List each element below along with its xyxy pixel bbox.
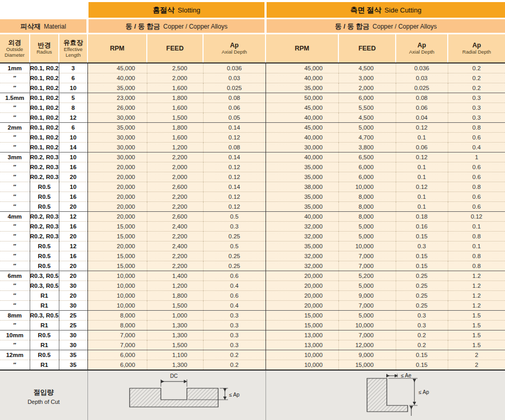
side-feed-cell: 12,000	[338, 340, 396, 350]
side-ap-axial-cell: 0.15	[396, 350, 448, 360]
col-header-outside-diameter: 외경 Outside Diameter	[0, 34, 30, 63]
slot-ap-axial-cell: 0.12	[203, 133, 266, 143]
radius-ko: 반경	[30, 42, 58, 49]
slot-rpm-cell: 15,000	[87, 261, 147, 271]
radius-cell: R0.2, R0.3	[30, 212, 59, 222]
radius-cell: R0.3, R0.5	[30, 271, 59, 281]
side-ap-radial-cell: 0.12	[448, 212, 505, 222]
outside-diameter-cell: 8mm	[0, 311, 30, 321]
side-rpm-cell: 40,000	[266, 152, 338, 162]
side-ap-radial-cell: 1.2	[448, 271, 505, 281]
side-feed-cell: 7,000	[338, 301, 396, 311]
side-rpm-cell: 35,000	[266, 202, 338, 212]
slot-ap-axial-cell: 0.2	[203, 360, 266, 371]
side-feed-cell: 8,000	[338, 202, 396, 212]
side-ap-radial-cell: 1.5	[448, 330, 505, 340]
slotting-material-value: 동 / 동 합금Copper / Copper Alloys	[87, 19, 266, 34]
table-body: 1mmR0.1, R0.2345,0002,5000.03645,0004,50…	[0, 63, 505, 370]
slot-feed-cell: 2,400	[147, 222, 203, 232]
slot-rpm-cell: 7,000	[87, 340, 147, 350]
side-rpm-cell: 38,000	[266, 182, 338, 192]
side-rpm-cell: 40,000	[266, 133, 338, 143]
radius-cell: R0.1, R0.2	[30, 93, 59, 103]
side-ap-radial-cell: 1.2	[448, 291, 505, 301]
table-row: ″R0.51220,0002,4000.535,00010,0000.30.1	[0, 241, 505, 251]
side-ap-axial-cell: 0.1	[396, 192, 448, 202]
side-feed-cell: 8,000	[338, 212, 396, 222]
radius-cell: R0.3, R0.5	[30, 311, 59, 321]
side-ap-axial-cell: 0.12	[396, 152, 448, 162]
effective-length-cell: 16	[59, 251, 87, 261]
slot-rpm-cell: 15,000	[87, 232, 147, 241]
side-ap-axial-cell: 0.25	[396, 291, 448, 301]
slot-ap-axial-cell: 0.05	[203, 113, 266, 123]
radius-cell: R0.5	[30, 241, 59, 251]
effective-length-cell: 16	[59, 162, 87, 172]
effective-length-cell: 30	[59, 301, 87, 311]
radius-cell: R0.2, R0.3	[30, 162, 59, 172]
slot-feed-cell: 1,500	[147, 340, 203, 350]
side-cutting-diagram: ≤ Ae ≤ Ap	[318, 371, 453, 419]
side-ap-radial-cell: 0.2	[448, 63, 505, 73]
slot-feed-cell: 2,500	[147, 63, 203, 73]
radius-cell: R1	[30, 340, 59, 350]
side-feed-cell: 6,000	[338, 172, 396, 182]
side-rpm-cell: 30,000	[266, 143, 338, 152]
slot-rpm-cell: 6,000	[87, 350, 147, 360]
slot-rpm-cell: 30,000	[87, 133, 147, 143]
slot-rpm-cell: 20,000	[87, 241, 147, 251]
slot-ap-axial-cell: 0.3	[203, 311, 266, 321]
side-ap-axial-cell: 0.2	[396, 330, 448, 340]
col-header-side-feed: FEED	[338, 34, 396, 63]
side-material-ko: 동 / 동 합금	[335, 22, 369, 30]
outside-diameter-cell: ″	[0, 113, 30, 123]
outside-diameter-en: Outside Diameter	[0, 47, 29, 58]
slot-rpm-cell: 10,000	[87, 291, 147, 301]
outside-diameter-ko: 외경	[0, 39, 29, 46]
side-cutting-title-en: Side Cutting	[385, 6, 422, 14]
slot-rpm-cell: 26,000	[87, 103, 147, 113]
slot-rpm-cell: 40,000	[87, 73, 147, 83]
slot-rpm-cell: 35,000	[87, 83, 147, 93]
depth-of-cut-en: Depth of Cut	[0, 399, 87, 405]
table-row: 2mmR0.1, R0.2635,0001,8000.1445,0005,000…	[0, 123, 505, 133]
slot-rpm-cell: 20,000	[87, 202, 147, 212]
effective-length-cell: 6	[59, 73, 87, 83]
col-header-slot-feed: FEED	[147, 34, 203, 63]
slot-feed-cell: 1,800	[147, 123, 203, 133]
slotting-material-en: Copper / Copper Alloys	[163, 23, 228, 30]
outside-diameter-cell: 1.5mm	[0, 93, 30, 103]
outside-diameter-cell: 3mm	[0, 152, 30, 162]
radius-cell: R0.1, R0.2	[30, 143, 59, 152]
side-rpm-cell: 45,000	[266, 123, 338, 133]
outside-diameter-cell: ″	[0, 202, 30, 212]
slot-rpm-cell: 10,000	[87, 281, 147, 291]
depth-of-cut-ko: 절입량	[0, 388, 87, 397]
side-rpm-cell: 45,000	[266, 63, 338, 73]
outside-diameter-cell: ″	[0, 162, 30, 172]
slot-feed-cell: 1,000	[147, 311, 203, 321]
side-rpm-cell: 10,000	[266, 360, 338, 371]
side-ap-axial-cell: 0.15	[396, 261, 448, 271]
effective-length-cell: 30	[59, 281, 87, 291]
slot-rpm-cell: 35,000	[87, 123, 147, 133]
table-row: ″R0.1, R0.2640,0002,0000.0340,0003,0000.…	[0, 73, 505, 83]
slot-rpm-cell: 20,000	[87, 192, 147, 202]
slotting-diagram: DC ≤ Ap	[111, 373, 242, 417]
slot-feed-cell: 1,200	[147, 143, 203, 152]
table-row: ″R0.51615,0002,2000.2532,0007,0000.150.8	[0, 251, 505, 261]
side-ap-radial-cell: 0.6	[448, 192, 505, 202]
slotting-section-header: 홈절삭Slotting	[87, 2, 266, 19]
slot-rpm-cell: 30,000	[87, 143, 147, 152]
table-row: ″R0.51620,0002,2000.1235,0008,0000.10.6	[0, 192, 505, 202]
side-material-en: Copper / Copper Alloys	[373, 23, 437, 30]
effective-length-cell: 20	[59, 271, 87, 281]
side-feed-label: FEED	[339, 45, 395, 52]
slot-rpm-cell: 7,000	[87, 330, 147, 340]
side-feed-cell: 10,000	[338, 241, 396, 251]
side-ap-radial-cell: 0.6	[448, 133, 505, 143]
table-row: ″R0.1, R0.21030,0001,6000.1240,0004,7000…	[0, 133, 505, 143]
slot-feed-cell: 2,200	[147, 192, 203, 202]
table-row: ″R0.2, R0.32020,0002,0000.1235,0006,0000…	[0, 172, 505, 182]
slot-rpm-cell: 10,000	[87, 271, 147, 281]
